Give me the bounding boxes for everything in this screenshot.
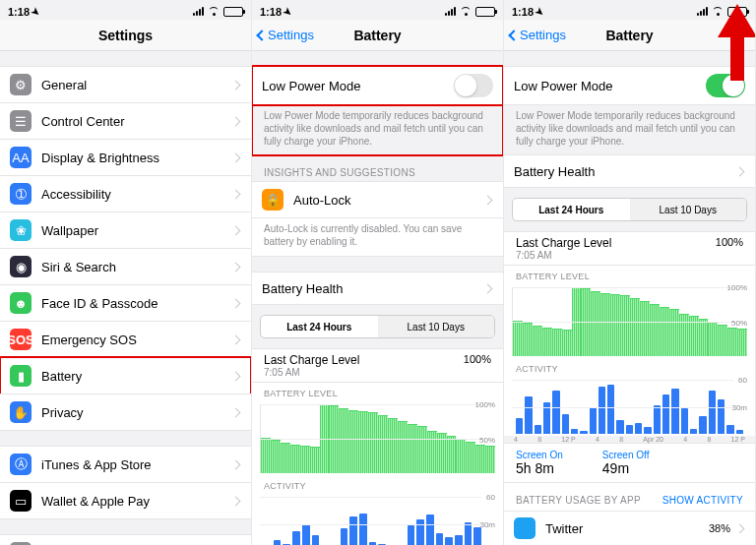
itunes-icon: Ⓐ <box>10 454 32 475</box>
signal-icon <box>445 7 456 16</box>
seg-10d[interactable]: Last 10 Days <box>630 199 747 220</box>
chevron-right-icon <box>231 298 241 308</box>
battery-level-chart: 100%50% <box>260 404 495 473</box>
siri-icon: ◉ <box>10 256 32 277</box>
row-label: Face ID & Passcode <box>41 296 232 311</box>
chevron-right-icon <box>231 459 241 469</box>
row-label: Wallet & Apple Pay <box>41 494 232 509</box>
settings-row-accessibility[interactable]: ➀Accessibility <box>0 175 251 212</box>
seg-10d[interactable]: Last 10 Days <box>378 316 495 337</box>
chart-x-axis: 4812 P48Apr 204812 P <box>504 436 755 443</box>
low-power-mode-label: Low Power Mode <box>262 79 454 93</box>
app-usage-row[interactable]: Twitter38% <box>504 511 755 545</box>
last-charge-pct: 100% <box>464 353 491 365</box>
row-label: Siri & Search <box>41 260 232 274</box>
page-title: Battery <box>353 28 401 43</box>
chevron-right-icon <box>231 407 241 417</box>
lpm-description: Low Power Mode temporarily reduces backg… <box>504 105 755 155</box>
settings-row-wallet[interactable]: ▭Wallet & Apple Pay <box>0 482 251 519</box>
settings-row-siri[interactable]: ◉Siri & Search <box>0 248 251 285</box>
settings-row-itunes[interactable]: ⒶiTunes & App Store <box>0 446 251 483</box>
row-label: Control Center <box>41 114 232 129</box>
chevron-left-icon <box>256 30 267 40</box>
row-label: Emergency SOS <box>41 333 232 347</box>
settings-row-faceid[interactable]: ☻Face ID & Passcode <box>0 284 251 322</box>
settings-row-control-center[interactable]: ☰Control Center <box>0 102 251 140</box>
usage-by-app-header: BATTERY USAGE BY APP SHOW ACTIVITY <box>504 482 755 512</box>
battery-icon <box>223 7 243 17</box>
seg-24h[interactable]: Last 24 Hours <box>261 316 378 337</box>
location-icon <box>281 5 293 19</box>
settings-list: ⚙General☰Control CenterAADisplay & Brigh… <box>0 51 251 545</box>
chevron-right-icon <box>231 496 241 506</box>
navbar: Settings <box>0 20 251 51</box>
battery-health-row[interactable]: Battery Health <box>504 154 755 188</box>
chevron-right-icon <box>483 283 493 293</box>
settings-row-privacy[interactable]: ✋Privacy <box>0 394 251 431</box>
settings-row-general[interactable]: ⚙General <box>0 66 251 103</box>
activity-chart: 60 30m <box>512 380 747 434</box>
sos-icon: SOS <box>10 329 32 350</box>
time-range-segmented[interactable]: Last 24 Hours Last 10 Days <box>260 315 495 338</box>
row-label: Display & Brightness <box>41 151 232 165</box>
screen-time-summary: Screen On5h 8m Screen Off49m <box>504 443 755 482</box>
chevron-right-icon <box>231 334 241 344</box>
general-icon: ⚙ <box>10 74 32 95</box>
row-label: Battery <box>41 369 232 384</box>
row-label: Accessibility <box>41 187 232 202</box>
row-label: General <box>41 78 232 92</box>
chevron-right-icon <box>231 189 241 199</box>
chevron-right-icon <box>231 116 241 126</box>
battery-level-chart: 100%50% <box>512 287 747 356</box>
row-label: Wallpaper <box>41 223 232 238</box>
chevron-left-icon <box>508 30 519 40</box>
lpm-description: Low Power Mode temporarily reduces backg… <box>252 105 503 155</box>
page-title: Battery <box>605 28 653 43</box>
autolock-row[interactable]: 🔒 Auto-Lock <box>252 181 503 218</box>
low-power-mode-toggle[interactable] <box>454 74 493 97</box>
autolock-description: Auto-Lock is currently disabled. You can… <box>252 218 503 257</box>
status-time: 1:18 <box>8 6 39 18</box>
settings-row-battery[interactable]: ▮Battery <box>0 357 251 394</box>
settings-row-wallpaper[interactable]: ❀Wallpaper <box>0 212 251 249</box>
wallet-icon: ▭ <box>10 490 32 512</box>
time-range-segmented[interactable]: Last 24 Hours Last 10 Days <box>512 198 747 221</box>
status-bar: 1:18 <box>252 0 503 20</box>
chevron-right-icon <box>483 195 493 205</box>
annotation-arrow <box>718 4 756 81</box>
settings-row-display[interactable]: AADisplay & Brightness <box>0 139 251 176</box>
chevron-right-icon <box>231 262 241 272</box>
battery-icon: ▮ <box>10 365 32 387</box>
settings-row-passwords[interactable]: 🔑Passwords & Accounts <box>0 534 251 545</box>
location-icon <box>533 5 545 19</box>
wifi-icon <box>208 7 220 16</box>
autolock-icon: 🔒 <box>262 189 284 211</box>
row-label: iTunes & App Store <box>41 457 232 472</box>
chevron-right-icon <box>231 80 241 90</box>
accessibility-icon: ➀ <box>10 183 32 205</box>
seg-24h[interactable]: Last 24 Hours <box>513 199 630 220</box>
faceid-icon: ☻ <box>10 292 32 314</box>
chevron-right-icon <box>735 166 745 176</box>
chevron-right-icon <box>735 523 745 533</box>
wifi-icon <box>460 7 472 16</box>
row-label: Privacy <box>41 405 232 420</box>
control-center-icon: ☰ <box>10 110 32 132</box>
signal-icon <box>697 7 708 16</box>
app-icon <box>514 517 536 539</box>
status-bar: 1:18 <box>0 0 251 20</box>
settings-row-sos[interactable]: SOSEmergency SOS <box>0 321 251 358</box>
battery-icon <box>475 7 495 17</box>
battery-health-row[interactable]: Battery Health <box>252 272 503 305</box>
display-icon: AA <box>10 147 32 168</box>
navbar: Settings Battery <box>252 20 503 51</box>
back-button[interactable]: Settings <box>510 28 566 42</box>
back-button[interactable]: Settings <box>258 28 314 42</box>
low-power-mode-row[interactable]: Low Power Mode <box>252 66 503 105</box>
screenshot-battery-on: 1:18 Settings Battery Low Power Mode Low… <box>504 0 756 545</box>
screenshot-settings: 1:18 Settings ⚙General☰Control CenterAAD… <box>0 0 252 545</box>
activity-header: ACTIVITY <box>252 475 503 493</box>
screenshot-battery-off: 1:18 Settings Battery Low Power Mode Low… <box>252 0 504 545</box>
show-activity-button[interactable]: SHOW ACTIVITY <box>662 495 743 506</box>
chevron-right-icon <box>231 225 241 235</box>
